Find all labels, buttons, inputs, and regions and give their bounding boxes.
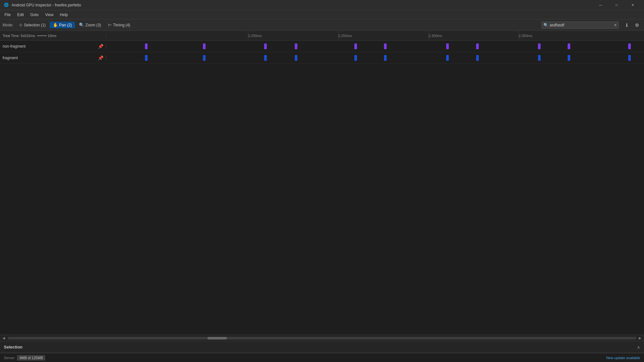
track-label-fragment: fragment 📌 [0,55,106,60]
server-value: 9MB of 125MB [17,355,45,360]
track-row-non-fragment: non-fragment 📌 [0,41,644,52]
menu-file[interactable]: File [1,11,14,18]
close-button[interactable]: ✕ [625,0,640,10]
bottom-panel-title: Selection [4,345,23,349]
event-bar [568,55,570,61]
info-button[interactable]: ℹ [622,21,631,30]
bottom-panel: Selection ∧ [0,341,644,353]
track-row-fragment: fragment 📌 [0,52,644,64]
settings-button[interactable]: ⚙ [632,21,641,30]
timeline-container: Total Time: 5s010ms 10ms 2,200ms 2,250ms… [0,31,644,341]
event-bar [628,43,631,49]
pin-icon-non-fragment[interactable]: 📌 [98,44,103,49]
tick-label-1: 2,200ms [248,34,262,38]
search-clear-icon[interactable]: ✕ [614,23,617,27]
menu-edit[interactable]: Edit [14,11,27,18]
event-bar [568,43,570,49]
zoom-icon: 🔍 [79,23,84,27]
search-icon: 🔍 [543,23,548,27]
mode-selection-label: Selection (1) [24,23,45,27]
event-bar [264,43,267,49]
tracks: non-fragment 📌 fragment 📌 [0,41,644,335]
collapse-icon[interactable]: ∧ [637,345,640,350]
event-bar [446,43,449,49]
event-bar [203,43,206,49]
tick-label-3: 2,300ms [428,34,442,38]
mode-selection-button[interactable]: ⊹ Selection (1) [16,22,49,28]
event-bar [476,55,479,61]
mode-label: Mode: [3,23,13,27]
event-bar [446,55,449,61]
app-icon: 🌐 [4,3,9,8]
scroll-left-arrow[interactable]: ◀ [1,336,6,341]
track-label-non-fragment: non-fragment 📌 [0,44,106,49]
menu-bar: File Edit Goto View Help [0,10,644,19]
event-bar [295,55,297,61]
track-canvas-fragment[interactable] [106,52,644,63]
maximize-button[interactable]: □ [609,0,624,10]
event-bar [384,43,387,49]
scrollbar-area: ◀ ▶ [0,335,644,341]
event-bar [145,55,148,61]
status-bar: Server: 9MB of 125MB New update availabl… [0,353,644,362]
timing-icon: ⊢ [108,23,112,27]
title-bar: 🌐 Android GPU Inspector - freefire.perfe… [0,0,644,10]
mode-zoom-label: Zoom (3) [85,23,101,27]
non-fragment-name: non-fragment [3,44,25,49]
tick-label-4: 2,350ms [519,34,532,38]
scroll-thumb[interactable] [207,337,227,339]
ruler-total-time: Total Time: 5s010ms 10ms [0,34,106,38]
event-bar [384,55,387,61]
event-bar [203,55,206,61]
scale-line [37,35,47,36]
tick-label-2: 2,250ms [338,34,352,38]
menu-goto[interactable]: Goto [27,11,42,18]
event-bar [628,55,631,61]
search-input[interactable] [542,22,619,29]
selection-icon: ⊹ [19,23,23,27]
ruler-ticks: 2,200ms 2,250ms 2,300ms 2,350ms [106,31,644,40]
scroll-right-arrow[interactable]: ▶ [638,336,643,341]
ruler: Total Time: 5s010ms 10ms 2,200ms 2,250ms… [0,31,644,41]
minimize-button[interactable]: — [593,0,608,10]
event-bar [264,55,267,61]
track-canvas-non-fragment[interactable] [106,41,644,52]
pin-icon-fragment[interactable]: 📌 [98,55,103,60]
menu-help[interactable]: Help [57,11,71,18]
event-bar [476,43,479,49]
event-bar [295,43,297,49]
fragment-name: fragment [3,56,18,60]
event-bar [354,43,357,49]
mode-pan-button[interactable]: ✋ Pan (2) [50,22,75,28]
mode-pan-label: Pan (2) [59,23,72,27]
event-bar [538,43,541,49]
mode-timing-button[interactable]: ⊢ Timing (4) [105,22,134,28]
event-bar [354,55,357,61]
bottom-panel-header: Selection ∧ [0,341,644,353]
toolbar: Mode: ⊹ Selection (1) ✋ Pan (2) 🔍 Zoom (… [0,19,644,31]
server-label: Server: [4,356,15,360]
scroll-track[interactable] [8,337,636,339]
event-bar [145,43,148,49]
update-link[interactable]: New update available [606,356,640,360]
menu-view[interactable]: View [42,11,57,18]
mode-timing-label: Timing (4) [113,23,130,27]
app-title: Android GPU Inspector - freefire.perfett… [12,3,593,7]
event-bar [538,55,541,61]
mode-zoom-button[interactable]: 🔍 Zoom (3) [76,22,104,28]
pan-icon: ✋ [53,23,58,27]
